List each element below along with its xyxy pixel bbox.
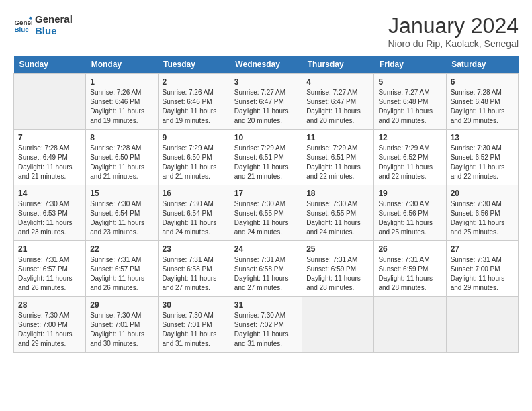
day-info: Sunrise: 7:31 AM Sunset: 6:58 PM Dayligh… <box>234 255 298 293</box>
weekday-header-thursday: Thursday <box>302 56 374 74</box>
calendar-cell: 31Sunrise: 7:30 AM Sunset: 7:02 PM Dayli… <box>230 297 302 353</box>
day-number: 9 <box>163 133 226 142</box>
weekday-header-row: SundayMondayTuesdayWednesdayThursdayFrid… <box>14 56 519 74</box>
calendar-cell: 7Sunrise: 7:28 AM Sunset: 6:49 PM Daylig… <box>14 130 86 185</box>
day-info: Sunrise: 7:27 AM Sunset: 6:47 PM Dayligh… <box>306 88 369 126</box>
day-info: Sunrise: 7:26 AM Sunset: 6:46 PM Dayligh… <box>90 88 153 126</box>
page-header: General Blue General Blue January 2024 N… <box>13 13 519 49</box>
calendar-week-row: 21Sunrise: 7:31 AM Sunset: 6:57 PM Dayli… <box>14 241 519 297</box>
day-number: 3 <box>234 77 298 87</box>
day-info: Sunrise: 7:31 AM Sunset: 6:57 PM Dayligh… <box>90 255 153 293</box>
weekday-header-tuesday: Tuesday <box>158 56 230 74</box>
day-info: Sunrise: 7:28 AM Sunset: 6:48 PM Dayligh… <box>451 88 514 126</box>
calendar-cell: 9Sunrise: 7:29 AM Sunset: 6:50 PM Daylig… <box>158 130 230 185</box>
calendar-cell: 6Sunrise: 7:28 AM Sunset: 6:48 PM Daylig… <box>446 74 518 130</box>
calendar-week-row: 28Sunrise: 7:30 AM Sunset: 7:00 PM Dayli… <box>14 297 519 353</box>
day-number: 29 <box>90 300 153 310</box>
day-info: Sunrise: 7:30 AM Sunset: 6:53 PM Dayligh… <box>18 199 81 237</box>
day-number: 23 <box>163 244 226 254</box>
calendar-cell: 17Sunrise: 7:30 AM Sunset: 6:55 PM Dayli… <box>230 185 302 241</box>
weekday-header-friday: Friday <box>374 56 446 74</box>
calendar-cell <box>14 74 86 130</box>
calendar-cell: 14Sunrise: 7:30 AM Sunset: 6:53 PM Dayli… <box>14 185 86 241</box>
calendar-cell: 2Sunrise: 7:26 AM Sunset: 6:46 PM Daylig… <box>158 74 230 130</box>
calendar-cell <box>446 297 518 353</box>
calendar-cell: 13Sunrise: 7:30 AM Sunset: 6:52 PM Dayli… <box>446 130 518 185</box>
calendar-cell <box>374 297 446 353</box>
day-info: Sunrise: 7:30 AM Sunset: 6:55 PM Dayligh… <box>306 199 369 237</box>
calendar-cell: 8Sunrise: 7:28 AM Sunset: 6:50 PM Daylig… <box>86 130 158 185</box>
day-number: 20 <box>451 189 514 198</box>
calendar-cell: 11Sunrise: 7:29 AM Sunset: 6:51 PM Dayli… <box>302 130 374 185</box>
day-info: Sunrise: 7:30 AM Sunset: 6:54 PM Dayligh… <box>163 199 226 237</box>
logo-icon: General Blue <box>13 15 32 34</box>
day-info: Sunrise: 7:31 AM Sunset: 6:58 PM Dayligh… <box>163 255 226 293</box>
day-number: 5 <box>378 77 441 87</box>
day-info: Sunrise: 7:30 AM Sunset: 6:55 PM Dayligh… <box>234 199 298 237</box>
day-number: 22 <box>90 244 153 254</box>
calendar-cell: 30Sunrise: 7:30 AM Sunset: 7:01 PM Dayli… <box>158 297 230 353</box>
day-info: Sunrise: 7:30 AM Sunset: 6:54 PM Dayligh… <box>90 199 153 237</box>
day-number: 18 <box>306 189 369 198</box>
calendar-week-row: 7Sunrise: 7:28 AM Sunset: 6:49 PM Daylig… <box>14 130 519 185</box>
day-info: Sunrise: 7:30 AM Sunset: 6:52 PM Dayligh… <box>451 144 514 181</box>
calendar-cell: 22Sunrise: 7:31 AM Sunset: 6:57 PM Dayli… <box>86 241 158 297</box>
calendar-cell: 15Sunrise: 7:30 AM Sunset: 6:54 PM Dayli… <box>86 185 158 241</box>
logo: General Blue General Blue <box>13 13 73 36</box>
day-number: 11 <box>306 133 369 142</box>
day-number: 15 <box>90 189 153 198</box>
day-info: Sunrise: 7:31 AM Sunset: 6:59 PM Dayligh… <box>378 255 441 293</box>
calendar-cell: 16Sunrise: 7:30 AM Sunset: 6:54 PM Dayli… <box>158 185 230 241</box>
day-info: Sunrise: 7:31 AM Sunset: 6:57 PM Dayligh… <box>18 255 81 293</box>
day-info: Sunrise: 7:30 AM Sunset: 6:56 PM Dayligh… <box>451 199 514 237</box>
day-info: Sunrise: 7:26 AM Sunset: 6:46 PM Dayligh… <box>163 88 226 126</box>
day-info: Sunrise: 7:29 AM Sunset: 6:51 PM Dayligh… <box>306 144 369 181</box>
day-number: 4 <box>306 77 369 87</box>
logo-blue: Blue <box>35 25 73 36</box>
day-number: 27 <box>451 244 514 254</box>
calendar-cell: 12Sunrise: 7:29 AM Sunset: 6:52 PM Dayli… <box>374 130 446 185</box>
day-info: Sunrise: 7:29 AM Sunset: 6:51 PM Dayligh… <box>234 144 298 181</box>
day-number: 21 <box>18 244 81 254</box>
day-number: 31 <box>234 300 298 310</box>
calendar-cell: 18Sunrise: 7:30 AM Sunset: 6:55 PM Dayli… <box>302 185 374 241</box>
day-number: 30 <box>163 300 226 310</box>
weekday-header-monday: Monday <box>86 56 158 74</box>
day-number: 28 <box>18 300 81 310</box>
location: Nioro du Rip, Kaolack, Senegal <box>388 38 519 49</box>
day-number: 6 <box>451 77 514 87</box>
svg-text:Blue: Blue <box>14 26 29 33</box>
day-number: 2 <box>163 77 226 87</box>
day-info: Sunrise: 7:29 AM Sunset: 6:50 PM Dayligh… <box>163 144 226 181</box>
day-info: Sunrise: 7:28 AM Sunset: 6:50 PM Dayligh… <box>90 144 153 181</box>
day-number: 8 <box>90 133 153 142</box>
day-info: Sunrise: 7:30 AM Sunset: 7:00 PM Dayligh… <box>18 311 81 349</box>
calendar-cell: 5Sunrise: 7:27 AM Sunset: 6:48 PM Daylig… <box>374 74 446 130</box>
calendar-cell: 27Sunrise: 7:31 AM Sunset: 7:00 PM Dayli… <box>446 241 518 297</box>
calendar-cell: 24Sunrise: 7:31 AM Sunset: 6:58 PM Dayli… <box>230 241 302 297</box>
calendar-cell: 28Sunrise: 7:30 AM Sunset: 7:00 PM Dayli… <box>14 297 86 353</box>
day-number: 7 <box>18 133 81 142</box>
calendar-cell: 21Sunrise: 7:31 AM Sunset: 6:57 PM Dayli… <box>14 241 86 297</box>
day-number: 17 <box>234 189 298 198</box>
day-info: Sunrise: 7:30 AM Sunset: 7:01 PM Dayligh… <box>90 311 153 349</box>
day-number: 16 <box>163 189 226 198</box>
day-number: 26 <box>378 244 441 254</box>
calendar-cell: 10Sunrise: 7:29 AM Sunset: 6:51 PM Dayli… <box>230 130 302 185</box>
calendar-cell: 29Sunrise: 7:30 AM Sunset: 7:01 PM Dayli… <box>86 297 158 353</box>
calendar-cell: 25Sunrise: 7:31 AM Sunset: 6:59 PM Dayli… <box>302 241 374 297</box>
calendar-cell <box>302 297 374 353</box>
calendar-cell: 19Sunrise: 7:30 AM Sunset: 6:56 PM Dayli… <box>374 185 446 241</box>
title-block: January 2024 Nioro du Rip, Kaolack, Sene… <box>388 13 519 49</box>
day-number: 12 <box>378 133 441 142</box>
day-info: Sunrise: 7:29 AM Sunset: 6:52 PM Dayligh… <box>378 144 441 181</box>
day-info: Sunrise: 7:27 AM Sunset: 6:47 PM Dayligh… <box>234 88 298 126</box>
calendar-cell: 1Sunrise: 7:26 AM Sunset: 6:46 PM Daylig… <box>86 74 158 130</box>
logo-general: General <box>35 13 73 25</box>
day-number: 13 <box>451 133 514 142</box>
calendar-cell: 4Sunrise: 7:27 AM Sunset: 6:47 PM Daylig… <box>302 74 374 130</box>
weekday-header-wednesday: Wednesday <box>230 56 302 74</box>
month-title: January 2024 <box>388 13 519 38</box>
day-number: 24 <box>234 244 298 254</box>
calendar-week-row: 1Sunrise: 7:26 AM Sunset: 6:46 PM Daylig… <box>14 74 519 130</box>
